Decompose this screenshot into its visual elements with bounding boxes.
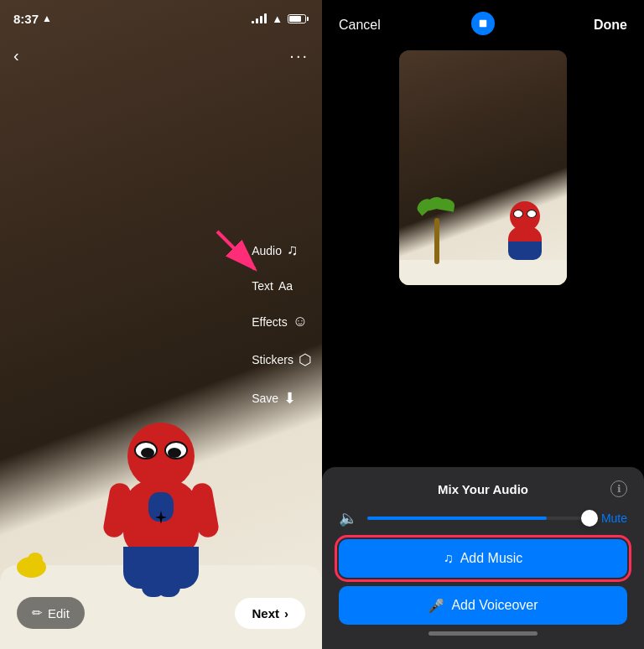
cancel-button[interactable]: Cancel — [339, 18, 381, 33]
save-label: Save — [252, 392, 278, 405]
right-topbar: Cancel Done — [322, 0, 644, 50]
location-icon — [471, 12, 495, 35]
signal-bar-1 — [252, 21, 254, 23]
volume-slider[interactable] — [367, 517, 591, 520]
spiderman-eye-left — [134, 441, 158, 459]
eye-inner-right — [168, 448, 181, 458]
mini-spiderman-pants — [508, 241, 542, 260]
menu-item-text[interactable]: Text Aa — [252, 279, 312, 293]
eye-inner-left — [141, 448, 154, 458]
left-panel: 8:37 ▲ ▲ ‹ ··· — [0, 0, 322, 649]
spiderman-belly — [148, 492, 174, 522]
battery-icon — [288, 14, 309, 23]
duck-figure — [17, 553, 46, 578]
spiderman-figure — [102, 423, 220, 574]
location-dot-inner — [476, 17, 491, 31]
mix-audio-title: Mix Your Audio — [356, 482, 610, 496]
status-icons: ▲ — [252, 13, 309, 25]
back-button[interactable]: ‹ — [13, 46, 19, 65]
mini-eye-left — [513, 210, 523, 218]
signal-bar-2 — [256, 18, 258, 23]
left-topnav: ‹ ··· — [0, 37, 322, 74]
info-icon[interactable]: ℹ — [610, 480, 627, 497]
add-voiceover-label: Add Voiceover — [451, 598, 538, 613]
add-music-label: Add Music — [460, 551, 523, 566]
volume-icon: 🔈 — [339, 509, 357, 527]
battery-nub — [307, 17, 309, 21]
edit-button[interactable]: ✏ Edit — [17, 597, 85, 629]
menu-item-stickers[interactable]: Stickers ⬡ — [252, 350, 312, 369]
battery-fill — [289, 16, 301, 22]
time-text: 8:37 — [13, 12, 39, 26]
next-arrow-icon: › — [284, 606, 288, 620]
music-note-icon: ♫ — [287, 241, 299, 259]
battery-body — [288, 14, 306, 23]
status-bar: 8:37 ▲ ▲ — [0, 0, 322, 37]
stickers-icon: ⬡ — [299, 350, 312, 369]
effects-label: Effects — [252, 315, 288, 329]
spiderman-body — [123, 480, 199, 555]
bottom-bar: ✏ Edit Next › — [0, 597, 322, 629]
duck-body — [17, 557, 46, 578]
stickers-label: Stickers — [252, 353, 293, 366]
edit-label: Edit — [48, 606, 70, 620]
right-panel: Cancel Done — [322, 0, 644, 649]
text-format-icon: Aa — [278, 279, 293, 293]
right-menu: Audio ♫ Text Aa Effects ☺ Stickers ⬡ Sav… — [252, 241, 312, 408]
add-voiceover-button[interactable]: 🎤 Add Voiceover — [339, 586, 627, 625]
svg-line-1 — [217, 231, 255, 269]
spacer — [322, 285, 644, 467]
spiderman-pants — [123, 547, 199, 589]
menu-item-effects[interactable]: Effects ☺ — [252, 313, 312, 330]
mix-audio-panel: Mix Your Audio ℹ 🔈 Mute ♫ Add Music 🎤 Ad… — [322, 467, 644, 649]
location-arrow-icon: ▲ — [42, 13, 52, 24]
palm-trunk — [434, 218, 439, 264]
add-music-button[interactable]: ♫ Add Music — [339, 539, 627, 578]
home-indicator — [428, 631, 538, 636]
next-label: Next — [252, 606, 279, 620]
volume-slider-fill — [367, 517, 547, 520]
volume-row: 🔈 Mute — [339, 509, 627, 527]
mini-spiderman — [500, 201, 550, 268]
save-icon: ⬇ — [283, 389, 296, 408]
volume-slider-thumb[interactable] — [581, 510, 598, 527]
palm-tree — [420, 197, 454, 264]
mute-button[interactable]: Mute — [601, 511, 627, 525]
spiderman-eye-right — [164, 441, 188, 459]
text-label: Text — [252, 279, 273, 293]
pencil-icon: ✏ — [32, 605, 43, 620]
spider-symbol — [155, 511, 167, 524]
menu-item-audio[interactable]: Audio ♫ — [252, 241, 312, 259]
menu-item-save[interactable]: Save ⬇ — [252, 389, 312, 408]
wifi-icon: ▲ — [272, 13, 283, 25]
signal-bar-4 — [264, 13, 267, 23]
video-bg — [399, 50, 567, 285]
signal-bar-3 — [260, 16, 262, 23]
video-preview — [399, 50, 567, 285]
mix-audio-header: Mix Your Audio ℹ — [339, 480, 627, 497]
mini-eye-right — [527, 210, 537, 218]
more-button[interactable]: ··· — [289, 46, 309, 65]
audio-label: Audio — [252, 244, 282, 257]
signal-bars-icon — [252, 13, 267, 23]
leg-right — [157, 551, 180, 597]
music-note-icon: ♫ — [444, 551, 454, 566]
next-button[interactable]: Next › — [235, 598, 305, 629]
status-time: 8:37 ▲ — [13, 12, 52, 26]
done-button[interactable]: Done — [594, 18, 627, 33]
microphone-icon: 🎤 — [428, 598, 444, 614]
effects-icon: ☺ — [293, 313, 308, 330]
